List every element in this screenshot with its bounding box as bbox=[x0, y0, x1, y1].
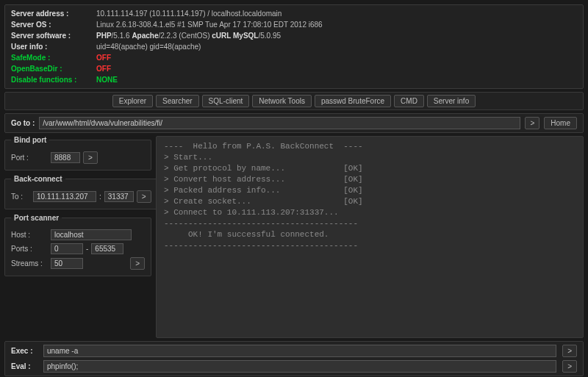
nav-explorer[interactable]: Explorer bbox=[112, 95, 153, 107]
disable-functions-value: NONE bbox=[96, 74, 118, 85]
server-os-value: Linux 2.6.18-308.4.1.el5 #1 SMP Tue Apr … bbox=[96, 19, 323, 30]
back-connect-box: Back-connect To : : > bbox=[4, 175, 158, 209]
apache-label: Apache bbox=[132, 32, 158, 40]
port-scanner-box: Port scanner Host : Ports : - Streams : … bbox=[4, 214, 151, 276]
bind-port-box: Bind port Port : > bbox=[4, 136, 151, 170]
exec-label: Exec : bbox=[11, 347, 37, 355]
back-connect-host-input[interactable] bbox=[33, 191, 96, 202]
exec-input[interactable] bbox=[43, 345, 556, 357]
goto-button[interactable]: > bbox=[525, 117, 539, 129]
goto-label: Go to : bbox=[11, 119, 35, 127]
eval-button[interactable]: > bbox=[562, 360, 577, 373]
scan-host-label: Host : bbox=[11, 231, 48, 239]
back-connect-to-label: To : bbox=[11, 193, 30, 201]
scan-button[interactable]: > bbox=[130, 257, 145, 270]
exec-panel: Exec : > Eval : > bbox=[4, 341, 584, 376]
nav-network-tools[interactable]: Network Tools bbox=[252, 95, 312, 107]
server-address-label: Server address : bbox=[11, 8, 92, 19]
user-info-label: User info : bbox=[11, 41, 92, 52]
nav-searcher[interactable]: Searcher bbox=[156, 95, 199, 107]
back-connect-sep: : bbox=[99, 193, 101, 201]
eval-input[interactable] bbox=[43, 360, 556, 373]
back-connect-legend: Back-connect bbox=[11, 175, 65, 183]
scan-streams-input[interactable] bbox=[51, 258, 83, 269]
back-connect-port-input[interactable] bbox=[104, 191, 134, 202]
server-software-label: Server software : bbox=[11, 30, 92, 41]
scan-streams-label: Streams : bbox=[11, 259, 48, 268]
goto-panel: Go to : > Home bbox=[4, 113, 584, 133]
goto-input[interactable] bbox=[39, 117, 520, 129]
scan-port-from-input[interactable] bbox=[51, 243, 83, 254]
curl-mysql-label: cURL MySQL bbox=[212, 32, 258, 40]
safemode-value: OFF bbox=[96, 52, 111, 63]
server-os-label: Server OS : bbox=[11, 19, 92, 30]
scan-ports-label: Ports : bbox=[11, 245, 48, 253]
exec-button[interactable]: > bbox=[562, 345, 577, 357]
openbasedir-label: OpenBaseDir : bbox=[11, 63, 92, 74]
bind-port-legend: Bind port bbox=[11, 136, 49, 144]
server-address-value: 10.111.114.197 (10.111.114.197) / localh… bbox=[96, 8, 282, 19]
bind-port-button[interactable]: > bbox=[83, 151, 98, 164]
scan-port-sep: - bbox=[86, 245, 88, 253]
nav-bar: Explorer Searcher SQL-client Network Too… bbox=[4, 92, 584, 110]
server-software-value: PHP/5.1.6 Apache/2.2.3 (CentOS) cURL MyS… bbox=[96, 30, 281, 41]
safemode-label: SafeMode : bbox=[11, 52, 92, 63]
nav-server-info[interactable]: Server info bbox=[427, 95, 476, 107]
server-info-panel: Server address : 10.111.114.197 (10.111.… bbox=[4, 4, 584, 89]
scan-host-input[interactable] bbox=[51, 229, 132, 240]
user-info-value: uid=48(apache) gid=48(apache) bbox=[96, 41, 201, 52]
nav-cmd[interactable]: CMD bbox=[394, 95, 424, 107]
bind-port-label: Port : bbox=[11, 154, 48, 162]
bind-port-input[interactable] bbox=[51, 152, 80, 163]
port-scanner-legend: Port scanner bbox=[11, 214, 62, 222]
php-label: PHP bbox=[96, 32, 112, 40]
disable-functions-label: Disable functions : bbox=[11, 74, 92, 85]
scan-port-to-input[interactable] bbox=[91, 243, 123, 254]
home-button[interactable]: Home bbox=[544, 117, 577, 129]
nav-sql-client[interactable]: SQL-client bbox=[202, 95, 250, 107]
terminal-output: ---- Hello from P.A.S. BackConnect ---- … bbox=[156, 136, 584, 338]
eval-label: Eval : bbox=[11, 362, 37, 370]
back-connect-button[interactable]: > bbox=[137, 190, 151, 203]
nav-passwd-bruteforce[interactable]: passwd BruteForce bbox=[315, 95, 391, 107]
openbasedir-value: OFF bbox=[96, 63, 111, 74]
